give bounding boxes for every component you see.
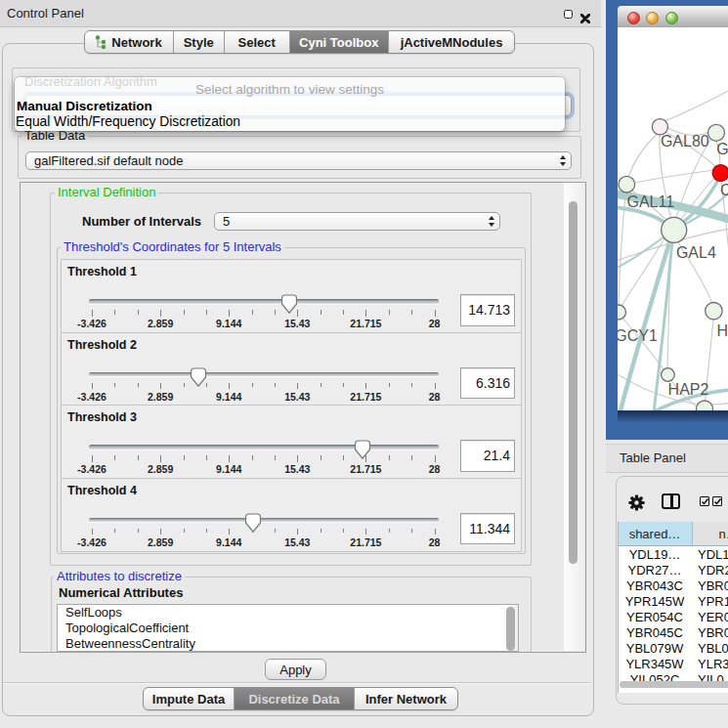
svg-text:HAP2: HAP2 <box>668 381 709 398</box>
svg-text:H: H <box>717 322 728 339</box>
svg-text:GAL11: GAL11 <box>627 193 675 210</box>
svg-text:C: C <box>720 182 728 198</box>
svg-text:GCY1: GCY1 <box>618 327 658 344</box>
svg-text:G.: G. <box>716 141 728 157</box>
svg-text:GAL80: GAL80 <box>661 133 709 150</box>
svg-text:GAL4: GAL4 <box>676 244 716 261</box>
